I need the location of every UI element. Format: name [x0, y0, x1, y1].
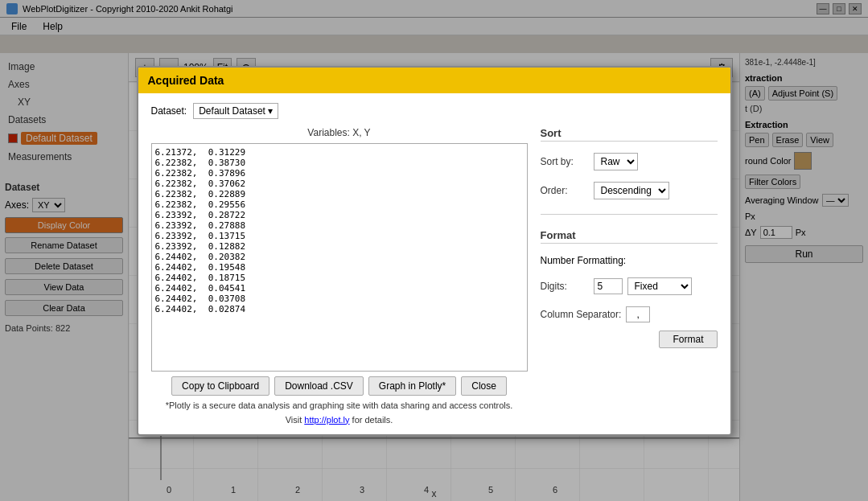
data-actions: Copy to Clipboard Download .CSV Graph in… [151, 376, 528, 396]
number-formatting-label: Number Formatting: [541, 255, 627, 266]
visit-text: Visit [286, 415, 305, 425]
digits-label: Digits: [541, 281, 589, 292]
data-textarea[interactable] [151, 143, 528, 372]
format-button[interactable]: Format [659, 331, 717, 348]
column-separator-label: Column Separator: [541, 309, 622, 320]
order-label: Order: [541, 185, 589, 196]
copy-clipboard-button[interactable]: Copy to Clipboard [171, 376, 269, 396]
variables-label: Variables: X, Y [151, 127, 528, 138]
order-row: Order: Descending Ascending [541, 182, 718, 199]
digits-input[interactable]: 5 [594, 278, 623, 294]
column-separator-row: Column Separator: [541, 306, 718, 322]
download-csv-button[interactable]: Download .CSV [274, 376, 364, 396]
close-button-dialog[interactable]: Close [461, 376, 507, 396]
number-formatting-row: Number Formatting: [541, 255, 718, 266]
sort-by-row: Sort by: Raw X Y [541, 153, 718, 170]
plotly-note: *Plotly is a secure data analysis and gr… [151, 400, 528, 410]
data-panel: Variables: X, Y Copy to Clipboard Downlo… [151, 127, 528, 425]
acquired-dialog: Acquired Data Dataset: Default Dataset ▾… [137, 66, 732, 436]
dialog-dataset-dropdown[interactable]: Default Dataset ▾ [193, 103, 278, 119]
dialog-title: Acquired Data [138, 68, 730, 93]
sort-by-dropdown[interactable]: Raw X Y [594, 153, 638, 170]
sort-format-panel: Sort Sort by: Raw X Y Order: Descending [541, 127, 718, 425]
format-divider [541, 214, 718, 221]
plotly-link[interactable]: http://plot.ly [304, 415, 349, 425]
dialog-content-row: Variables: X, Y Copy to Clipboard Downlo… [151, 127, 718, 425]
plotly-visit-row: Visit http://plot.ly for details. [151, 415, 528, 425]
order-dropdown[interactable]: Descending Ascending [594, 182, 669, 199]
column-separator-input[interactable] [626, 306, 650, 322]
sort-by-label: Sort by: [541, 156, 589, 167]
for-details-text: for details. [350, 415, 393, 425]
format-section-title: Format [541, 229, 718, 244]
fixed-dropdown[interactable]: Fixed Precision [627, 277, 692, 295]
dialog-dataset-value: Default Dataset [199, 105, 265, 117]
dialog-body: Dataset: Default Dataset ▾ Variables: X,… [138, 93, 730, 434]
dialog-dataset-row: Dataset: Default Dataset ▾ [151, 103, 718, 119]
sort-section-title: Sort [541, 127, 718, 142]
graph-plotly-button[interactable]: Graph in Plotly* [368, 376, 456, 396]
plotly-note-text: *Plotly is a secure data analysis and gr… [166, 400, 513, 410]
modal-overlay: Acquired Data Dataset: Default Dataset ▾… [0, 0, 868, 501]
digits-row: Digits: 5 Fixed Precision [541, 277, 718, 295]
dialog-dataset-label: Dataset: [151, 105, 187, 117]
dialog-dataset-arrow: ▾ [268, 105, 273, 117]
